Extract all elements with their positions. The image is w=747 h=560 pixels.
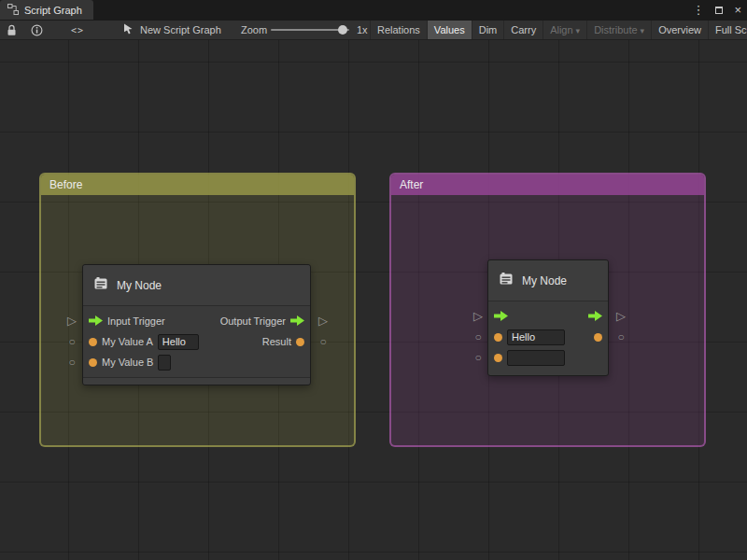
value-b-connector[interactable]: ○ (65, 355, 78, 370)
value-port-icon (89, 338, 97, 346)
value-b-connector[interactable]: ○ (472, 350, 485, 365)
distribute-dropdown[interactable]: Distribute▾ (586, 21, 651, 39)
result-port[interactable]: Result (262, 336, 304, 347)
flow-arrow-icon (290, 313, 304, 329)
value-port-icon (296, 338, 304, 346)
fullscreen-button[interactable]: Full Screen (708, 21, 747, 39)
maximize-icon[interactable] (715, 7, 723, 14)
tab-script-graph[interactable]: Script Graph (0, 0, 93, 20)
group-after-header[interactable]: After (391, 175, 704, 195)
group-before-title: Before (49, 178, 82, 191)
graph-canvas[interactable]: Before After My Node (0, 40, 747, 560)
group-after-title: After (400, 178, 423, 191)
node-icon (92, 275, 109, 295)
flow-output-connector[interactable]: ▷ (317, 314, 330, 329)
port-row-value-a: My Value A Result (83, 331, 310, 352)
node-title: My Node (522, 274, 567, 287)
value-a-port[interactable] (494, 329, 565, 345)
graph-pointer-icon (123, 23, 134, 36)
zoom-value: 1x (357, 21, 368, 39)
flow-output-connector[interactable]: ▷ (614, 309, 627, 324)
carry-button[interactable]: Carry (503, 21, 543, 39)
value-a-connector[interactable]: ○ (65, 334, 78, 349)
port-row-triggers: Input Trigger Output Trigger (83, 311, 310, 331)
dim-button[interactable]: Dim (472, 21, 504, 39)
value-a-port[interactable]: My Value A (89, 334, 199, 350)
info-icon[interactable] (31, 21, 43, 39)
node-header[interactable]: My Node (83, 265, 310, 306)
values-button[interactable]: Values (427, 21, 472, 39)
lock-icon[interactable] (7, 21, 17, 39)
flow-input-connector[interactable]: ▷ (472, 309, 485, 324)
node-icon (498, 271, 514, 290)
value-port-icon (494, 354, 502, 362)
close-icon[interactable]: × (734, 3, 741, 17)
zoom-label: Zoom (241, 21, 267, 39)
zoom-slider-knob[interactable] (338, 25, 347, 35)
port-row-triggers (488, 306, 608, 327)
input-trigger-port[interactable] (494, 308, 508, 325)
result-port[interactable] (594, 333, 602, 342)
graph-toolbar: <> New Script Graph Zoom 1x Relations Va… (0, 20, 747, 40)
flow-arrow-icon (89, 313, 103, 329)
node-title: My Node (117, 279, 162, 292)
chevron-down-icon: ▾ (641, 26, 645, 35)
value-b-port[interactable] (494, 350, 565, 366)
input-trigger-port[interactable]: Input Trigger (89, 313, 165, 329)
node-my-node-before[interactable]: My Node Input Trigger Output Trigger (82, 264, 311, 385)
value-port-icon (594, 333, 602, 342)
flow-arrow-icon (588, 308, 602, 325)
value-a-input[interactable] (507, 329, 565, 345)
node-my-node-after[interactable]: My Node (487, 259, 609, 376)
node-body (488, 301, 608, 375)
toolbar-buttons: Relations Values Dim Carry Align▾ Distri… (370, 21, 747, 39)
node-footer (83, 377, 310, 385)
chevron-down-icon: ▾ (576, 26, 581, 35)
port-row-value-b (488, 347, 608, 368)
tab-bar: Script Graph ⋮ × (0, 0, 747, 20)
value-b-port[interactable]: My Value B (89, 355, 171, 371)
relations-button[interactable]: Relations (370, 21, 427, 39)
output-trigger-port[interactable] (588, 308, 602, 325)
value-port-icon (494, 333, 502, 342)
overview-button[interactable]: Overview (651, 21, 708, 39)
value-b-input[interactable] (158, 355, 171, 371)
zoom-slider-track[interactable] (271, 29, 349, 31)
tab-title: Script Graph (24, 5, 82, 16)
window-controls: ⋮ × (692, 0, 741, 20)
flow-arrow-icon (494, 308, 508, 325)
result-connector[interactable]: ○ (614, 329, 627, 344)
value-a-connector[interactable]: ○ (472, 329, 485, 344)
zoom-slider[interactable] (271, 21, 349, 39)
value-b-input[interactable] (507, 350, 565, 366)
result-connector[interactable]: ○ (317, 334, 330, 349)
graph-name-label: New Script Graph (140, 24, 221, 35)
port-row-value-b: My Value B (83, 352, 310, 372)
code-view-icon[interactable]: <> (71, 21, 84, 39)
script-graph-window: Script Graph ⋮ × <> (0, 0, 747, 560)
output-trigger-port[interactable]: Output Trigger (220, 313, 304, 329)
flow-input-connector[interactable]: ▷ (65, 314, 78, 329)
group-before-header[interactable]: Before (41, 175, 354, 195)
value-port-icon (89, 358, 97, 367)
kebab-menu-icon[interactable]: ⋮ (692, 3, 704, 17)
align-dropdown[interactable]: Align▾ (543, 21, 586, 39)
value-a-input[interactable] (158, 334, 199, 350)
node-bottom-padding (488, 368, 608, 375)
script-graph-icon (7, 4, 19, 17)
graph-asset[interactable]: New Script Graph (123, 21, 221, 39)
node-body: Input Trigger Output Trigger My Value A (83, 306, 310, 372)
port-row-value-a (488, 327, 608, 347)
node-header[interactable]: My Node (488, 260, 608, 301)
